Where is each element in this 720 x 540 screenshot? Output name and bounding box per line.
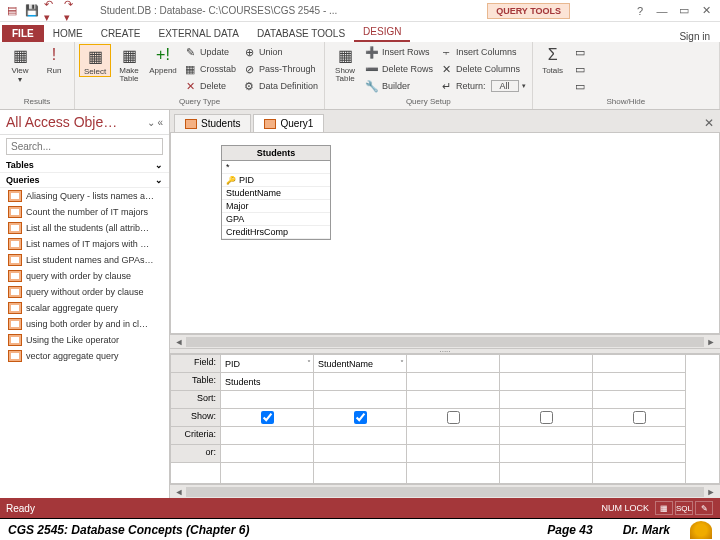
cell-field[interactable]: StudentName xyxy=(314,355,406,373)
delete-columns-button[interactable]: ✕Delete Columns xyxy=(437,61,528,77)
nav-item[interactable]: List names of IT majors with … xyxy=(0,236,169,252)
cell-show[interactable] xyxy=(500,409,592,427)
nav-item[interactable]: List student names and GPAs… xyxy=(0,252,169,268)
cell-show[interactable] xyxy=(221,409,313,427)
show-checkbox[interactable] xyxy=(540,411,553,424)
cell-criteria[interactable] xyxy=(593,427,685,445)
make-table-button[interactable]: ▦Make Table xyxy=(113,44,145,83)
scroll-right-icon[interactable]: ► xyxy=(704,337,718,347)
cell-or[interactable] xyxy=(221,445,313,463)
params-button[interactable]: ▭ xyxy=(571,44,589,60)
view-button[interactable]: ▦View▾ xyxy=(4,44,36,84)
cell-show[interactable] xyxy=(593,409,685,427)
return-dropdown[interactable]: ↵Return:All▾ xyxy=(437,78,528,94)
cell-sort[interactable] xyxy=(221,391,313,409)
delete-query-button[interactable]: ✕Delete xyxy=(181,78,238,94)
nav-item[interactable]: List all the students (all attrib… xyxy=(0,220,169,236)
cell-field[interactable] xyxy=(500,355,592,373)
close-tab-icon[interactable]: ✕ xyxy=(698,114,720,132)
insert-columns-button[interactable]: ⫟Insert Columns xyxy=(437,44,528,60)
cell-sort[interactable] xyxy=(407,391,499,409)
cell-or[interactable] xyxy=(500,445,592,463)
cell-table[interactable] xyxy=(314,373,406,391)
table-field-star[interactable]: * xyxy=(222,161,330,174)
search-input[interactable] xyxy=(6,138,163,155)
minimize-icon[interactable]: — xyxy=(652,3,672,19)
cell-table[interactable] xyxy=(500,373,592,391)
cell-or[interactable] xyxy=(593,445,685,463)
nav-item[interactable]: query with order by clause xyxy=(0,268,169,284)
grid-scrollbar[interactable]: ◄ ► xyxy=(170,484,720,498)
cell-table[interactable] xyxy=(407,373,499,391)
nav-item[interactable]: query without order by clause xyxy=(0,284,169,300)
cell-sort[interactable] xyxy=(500,391,592,409)
upper-scrollbar[interactable]: ◄ ► xyxy=(170,334,720,348)
nav-item[interactable]: Aliasing Query - lists names a… xyxy=(0,188,169,204)
nav-item[interactable]: using both order by and in cl… xyxy=(0,316,169,332)
data-definition-button[interactable]: ⚙Data Definition xyxy=(240,78,320,94)
restore-icon[interactable]: ▭ xyxy=(674,3,694,19)
tab-create[interactable]: CREATE xyxy=(92,25,150,42)
scroll-track[interactable] xyxy=(186,487,704,497)
cell-criteria[interactable] xyxy=(407,427,499,445)
insert-rows-button[interactable]: ➕Insert Rows xyxy=(363,44,435,60)
cell-sort[interactable] xyxy=(314,391,406,409)
cell-criteria[interactable] xyxy=(314,427,406,445)
table-box-students[interactable]: Students * 🔑PID StudentName Major GPA Cr… xyxy=(221,145,331,240)
cell-table[interactable] xyxy=(593,373,685,391)
table-field[interactable]: GPA xyxy=(222,213,330,226)
tablenames-button[interactable]: ▭ xyxy=(571,78,589,94)
tab-external-data[interactable]: EXTERNAL DATA xyxy=(150,25,248,42)
nav-item[interactable]: Count the number of IT majors xyxy=(0,204,169,220)
view-datasheet-button[interactable]: ▦ xyxy=(655,501,673,515)
show-table-button[interactable]: ▦Show Table xyxy=(329,44,361,83)
scroll-left-icon[interactable]: ◄ xyxy=(172,337,186,347)
scroll-left-icon[interactable]: ◄ xyxy=(172,487,186,497)
delete-rows-button[interactable]: ➖Delete Rows xyxy=(363,61,435,77)
nav-section-tables[interactable]: Tables⌄ xyxy=(0,158,169,173)
nav-item[interactable]: scalar aggregate query xyxy=(0,300,169,316)
cell-or[interactable] xyxy=(314,445,406,463)
save-icon[interactable]: 💾 xyxy=(24,3,40,19)
union-button[interactable]: ⊕Union xyxy=(240,44,320,60)
close-icon[interactable]: ✕ xyxy=(696,3,716,19)
redo-icon[interactable]: ↷ ▾ xyxy=(64,3,80,19)
nav-item[interactable]: vector aggregate query xyxy=(0,348,169,364)
file-tab[interactable]: FILE xyxy=(2,25,44,42)
builder-button[interactable]: 🔧Builder xyxy=(363,78,435,94)
cell-field[interactable] xyxy=(593,355,685,373)
tab-design[interactable]: DESIGN xyxy=(354,23,410,42)
totals-button[interactable]: ΣTotals xyxy=(537,44,569,75)
show-checkbox[interactable] xyxy=(261,411,274,424)
table-field[interactable]: CreditHrsComp xyxy=(222,226,330,239)
table-field[interactable]: 🔑PID xyxy=(222,174,330,187)
passthrough-button[interactable]: ⊘Pass-Through xyxy=(240,61,320,77)
pane-splitter[interactable] xyxy=(170,348,720,354)
table-field[interactable]: StudentName xyxy=(222,187,330,200)
cell-criteria[interactable] xyxy=(500,427,592,445)
cell-field[interactable] xyxy=(407,355,499,373)
scroll-track[interactable] xyxy=(186,337,704,347)
help-icon[interactable]: ? xyxy=(630,3,650,19)
show-checkbox[interactable] xyxy=(354,411,367,424)
table-diagram-pane[interactable]: Students * 🔑PID StudentName Major GPA Cr… xyxy=(170,132,720,334)
propsheet-button[interactable]: ▭ xyxy=(571,61,589,77)
undo-icon[interactable]: ↶ ▾ xyxy=(44,3,60,19)
cell-show[interactable] xyxy=(407,409,499,427)
view-sql-button[interactable]: SQL xyxy=(675,501,693,515)
nav-pane-header[interactable]: All Access Obje… ⌄ « xyxy=(0,110,169,135)
nav-section-queries[interactable]: Queries⌄ xyxy=(0,173,169,188)
scroll-right-icon[interactable]: ► xyxy=(704,487,718,497)
view-design-button[interactable]: ✎ xyxy=(695,501,713,515)
doc-tab-students[interactable]: Students xyxy=(174,114,251,132)
tab-home[interactable]: HOME xyxy=(44,25,92,42)
table-field[interactable]: Major xyxy=(222,200,330,213)
select-query-button[interactable]: ▦Select xyxy=(79,44,111,77)
crosstab-button[interactable]: ▦Crosstab xyxy=(181,61,238,77)
sign-in-link[interactable]: Sign in xyxy=(679,31,720,42)
append-button[interactable]: +!Append xyxy=(147,44,179,75)
cell-show[interactable] xyxy=(314,409,406,427)
doc-tab-query1[interactable]: Query1 xyxy=(253,114,324,132)
cell-or[interactable] xyxy=(407,445,499,463)
cell-criteria[interactable] xyxy=(221,427,313,445)
